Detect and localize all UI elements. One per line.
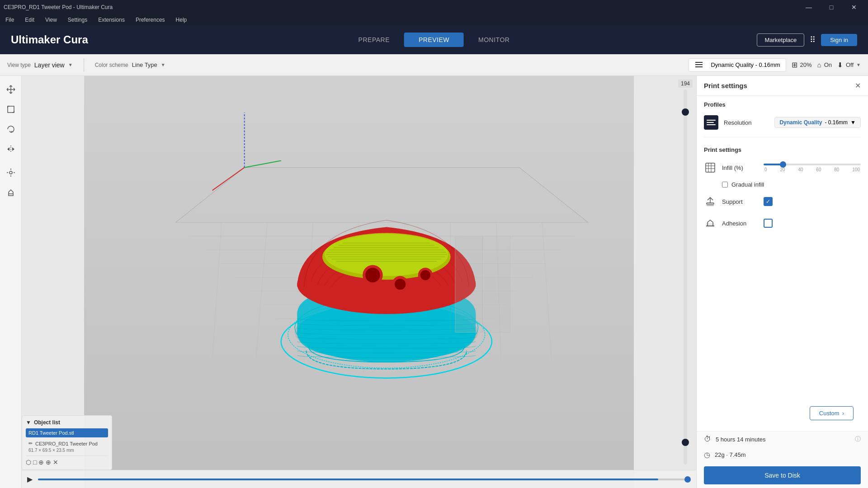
profile-icon	[704, 115, 718, 130]
window-title: CE3PRO_RD1 Tweeter Pod - Ultimaker Cura	[4, 4, 113, 10]
layer-track[interactable]	[684, 89, 687, 465]
profiles-section-title: Profiles	[697, 96, 868, 112]
menu-extensions[interactable]: Extensions	[96, 16, 127, 24]
logo-bold: Cura	[63, 33, 88, 46]
view-type-dropdown-arrow[interactable]: ▼	[68, 62, 73, 67]
print-settings-panel: Print settings ✕ Profiles Resolution Dyn…	[696, 76, 868, 488]
move-tool-button[interactable]	[3, 81, 19, 98]
infill-label-40: 40	[798, 167, 803, 172]
svg-rect-1	[695, 64, 703, 65]
support-control-area	[764, 197, 861, 206]
infill-slider-thumb[interactable]	[780, 161, 786, 168]
support-tool-button[interactable]	[3, 184, 19, 201]
object-action-group[interactable]: ⊕	[46, 459, 51, 466]
object-action-view[interactable]: ⬡	[26, 459, 31, 466]
infill-control: ⊞ 20%	[792, 61, 812, 69]
adhesion-checkbox[interactable]	[764, 219, 773, 228]
playback-bar: ▶	[22, 470, 696, 488]
window-controls[interactable]: — □ ✕	[798, 0, 864, 14]
support-label: Support	[722, 198, 758, 205]
object-list-actions: ⬡ □ ⊕ ⊕ ✕	[26, 455, 108, 466]
support-checkbox[interactable]	[764, 197, 773, 206]
grid-icon[interactable]: ⠿	[810, 35, 816, 45]
object-list-scene-item[interactable]: ✏ CE3PRO_RD1 Tweeter Pod	[26, 439, 108, 448]
menu-file[interactable]: File	[4, 16, 16, 24]
menu-settings[interactable]: Settings	[66, 16, 89, 24]
preview-button[interactable]: PREVIEW	[404, 33, 464, 47]
layer-playback-thumb[interactable]	[684, 476, 691, 483]
titlebar: CE3PRO_RD1 Tweeter Pod - Ultimaker Cura …	[0, 0, 868, 14]
object-action-add[interactable]: ⊕	[38, 459, 44, 466]
viewbar-right-controls: Dynamic Quality - 0.16mm ⊞ 20% ⌂ On ⬇ Of…	[689, 58, 861, 72]
off-dropdown-arrow[interactable]: ▼	[856, 62, 861, 67]
panel-title: Print settings	[704, 82, 747, 89]
save-to-disk-button[interactable]: Save to Disk	[704, 466, 861, 484]
custom-arrow-icon: ›	[842, 410, 844, 417]
adhesion-row: Adhesion	[697, 212, 868, 234]
infill-icon: ⊞	[792, 61, 797, 69]
custom-button[interactable]: Custom ›	[810, 406, 854, 420]
adhesion-control-area	[764, 219, 861, 228]
viewport[interactable]: 194 ▼ Object list RD1 Tweeter Pod.stl ✏ …	[22, 76, 696, 488]
maximize-button[interactable]: □	[821, 0, 842, 14]
settings-tool-button[interactable]	[3, 164, 19, 181]
gradual-infill-checkbox[interactable]	[722, 182, 728, 188]
left-toolbar	[0, 76, 22, 488]
viewbar: View type Layer view ▼ Color scheme Line…	[0, 54, 868, 76]
prepare-button[interactable]: PREPARE	[344, 33, 404, 47]
menu-help[interactable]: Help	[174, 16, 189, 24]
info-icon[interactable]: ⓘ	[855, 435, 861, 443]
object-list-collapse-icon[interactable]: ▼	[26, 419, 31, 426]
layer-bottom-thumb[interactable]	[682, 439, 689, 446]
resolution-selector[interactable]: Dynamic Quality - 0.16mm ▼	[774, 117, 861, 128]
menu-preferences[interactable]: Preferences	[134, 16, 167, 24]
mirror-tool-button[interactable]	[3, 141, 19, 157]
adhesion-setting-icon	[704, 217, 717, 230]
layer-top-thumb[interactable]	[682, 108, 689, 116]
signin-button[interactable]: Sign in	[821, 34, 857, 46]
object-list-file-item[interactable]: RD1 Tweeter Pod.stl	[26, 428, 108, 437]
off-value: Off	[846, 61, 854, 68]
svg-point-52	[420, 270, 430, 280]
object-action-duplicate[interactable]: □	[33, 459, 37, 466]
gradual-infill-label: Gradual infill	[731, 181, 764, 188]
rotate-tool-button[interactable]	[3, 121, 19, 137]
object-file-name: RD1 Tweeter Pod.stl	[28, 430, 74, 436]
resolution-dropdown-arrow[interactable]: ▼	[850, 119, 856, 126]
layer-playback-track[interactable]	[38, 479, 691, 480]
object-action-delete[interactable]: ✕	[53, 459, 58, 466]
infill-label-100: 100	[852, 167, 860, 172]
view-type-value: Layer view	[34, 61, 65, 69]
menu-edit[interactable]: Edit	[23, 16, 36, 24]
adhesion-label: Adhesion	[722, 220, 758, 227]
gradual-infill-row: Gradual infill	[697, 178, 868, 191]
panel-close-button[interactable]: ✕	[855, 81, 861, 90]
svg-rect-0	[695, 62, 703, 63]
object-scene-name: CE3PRO_RD1 Tweeter Pod	[35, 441, 98, 446]
monitor-button[interactable]: MONITOR	[464, 33, 524, 47]
print-settings-section-title: Print settings	[697, 141, 868, 157]
play-button[interactable]: ▶	[27, 475, 33, 483]
time-estimate: 5 hours 14 minutes	[716, 436, 766, 443]
logo-light: Ultimaker	[11, 33, 63, 46]
quality-label: Dynamic Quality - 0.16mm	[711, 61, 780, 68]
quality-selector[interactable]: Dynamic Quality - 0.16mm	[689, 58, 786, 72]
minimize-button[interactable]: —	[798, 0, 819, 14]
nav-bar: PREPARE PREVIEW MONITOR	[344, 33, 524, 47]
infill-label-0: 0	[764, 167, 767, 172]
marketplace-button[interactable]: Marketplace	[757, 33, 804, 47]
main-area: 194 ▼ Object list RD1 Tweeter Pod.stl ✏ …	[0, 76, 868, 488]
scale-tool-button[interactable]	[3, 101, 19, 117]
svg-rect-58	[707, 203, 714, 204]
color-scheme-control: Color scheme Line Type ▼	[95, 61, 165, 68]
close-button[interactable]: ✕	[844, 0, 864, 14]
menu-view[interactable]: View	[43, 16, 59, 24]
color-scheme-value: Line Type	[132, 61, 157, 68]
time-icon: ⏱	[704, 435, 711, 443]
header-right-actions: Marketplace ⠿ Sign in	[757, 33, 857, 47]
settings-divider-1	[704, 137, 861, 137]
layer-playback-fill	[38, 479, 658, 480]
infill-slider-container: 0 20 40 60 80 100	[764, 164, 861, 172]
color-scheme-dropdown-arrow[interactable]: ▼	[161, 62, 165, 67]
infill-slider[interactable]	[764, 164, 861, 165]
